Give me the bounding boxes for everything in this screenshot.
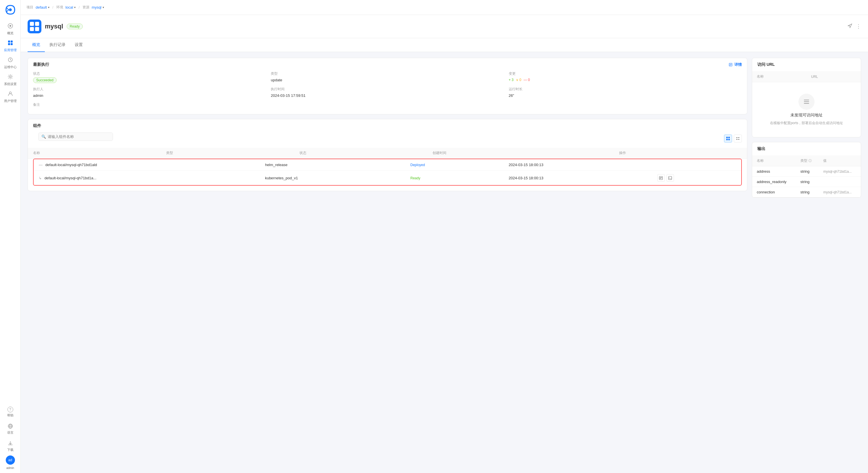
components-table: 名称 类型 状态 创建时间 操作 xyxy=(28,148,747,159)
empty-title: 未发现可访问地址 xyxy=(790,113,823,118)
app-title: mysql xyxy=(45,23,63,30)
out-value-0: mysql-qh71bd1a... xyxy=(818,166,861,177)
col-type: 类型 xyxy=(161,148,294,159)
status-label: 状态 xyxy=(33,71,266,76)
main-content: 项目 default ▾ / 环境 local ▾ / 资源 mysql ▾ m… xyxy=(21,0,868,473)
svg-point-8 xyxy=(9,76,11,77)
component-search-input[interactable] xyxy=(48,134,110,139)
duration-value: 26" xyxy=(509,93,742,98)
change-label: 变更 xyxy=(509,71,742,76)
sidebar-item-overview[interactable]: 概览 xyxy=(0,21,21,38)
col-created: 创建时间 xyxy=(427,148,614,159)
tab-overview[interactable]: 概览 xyxy=(28,38,45,52)
sidebar-item-user-management[interactable]: 用户管理 xyxy=(0,89,21,105)
app-icon xyxy=(28,20,41,33)
exec-status-field: 状态 Succeeded xyxy=(33,71,266,82)
svg-rect-4 xyxy=(11,40,13,42)
svg-rect-20 xyxy=(728,139,730,140)
more-icon[interactable]: ⋮ xyxy=(856,23,861,30)
out-col-type: 类型 ⓘ xyxy=(796,155,819,166)
svg-rect-29 xyxy=(669,177,672,180)
output-row: address string mysql-qh71bd1a... xyxy=(752,166,861,177)
exec-grid: 状态 Succeeded 类型 update 变更 + 3 ∨ 0 xyxy=(28,71,747,114)
logs-button[interactable] xyxy=(657,174,665,182)
latest-execution-header: 最新执行 详情 xyxy=(28,58,747,71)
sidebar-item-language[interactable]: 语言 xyxy=(6,421,15,437)
change-delete: — 0 xyxy=(524,78,530,82)
components-title: 组件 xyxy=(33,123,41,128)
right-panel: 访问 URL 名称 URL 未发现可访问地址 在模板中配置port xyxy=(752,58,861,198)
change-add: + 3 xyxy=(509,78,514,82)
ops-center-icon xyxy=(7,57,13,64)
sidebar-item-help[interactable]: ? 帮助 xyxy=(6,404,15,420)
sidebar-item-system-settings[interactable]: 系统设置 xyxy=(0,71,21,89)
svg-rect-17 xyxy=(726,137,728,138)
detail-link[interactable]: 详情 xyxy=(728,62,742,67)
svg-point-22 xyxy=(736,139,737,140)
output-row: address_readonly string xyxy=(752,177,861,187)
selected-components-group: — default-local/mysql-qh71bd1ald helm_re… xyxy=(33,159,742,186)
user-label: admin xyxy=(6,466,14,470)
resource-select[interactable]: mysql ▾ xyxy=(92,5,104,9)
output-row: connection string mysql-qh71bd1a... xyxy=(752,187,861,197)
type-info-icon[interactable]: ⓘ xyxy=(808,159,812,163)
out-col-value: 值 xyxy=(818,155,861,166)
exec-executor-field: 执行人 admin xyxy=(33,87,266,98)
language-icon xyxy=(7,423,13,430)
sidebar-item-download[interactable]: 下载 xyxy=(6,438,15,454)
col-name: 名称 xyxy=(28,148,161,159)
col-status: 状态 xyxy=(294,148,427,159)
logo xyxy=(4,3,17,16)
exec-time-field: 执行时间 2024-03-15 17:59:51 xyxy=(271,87,504,98)
access-url-title: 访问 URL xyxy=(757,62,775,67)
exec-change-field: 变更 + 3 ∨ 0 — 0 xyxy=(509,71,742,82)
svg-rect-5 xyxy=(8,43,10,45)
output-title: 输出 xyxy=(757,146,765,152)
row1-created: 2024-03-15 18:00:13 xyxy=(503,159,652,171)
svg-point-2 xyxy=(9,25,11,27)
resource-chevron-icon: ▾ xyxy=(103,6,104,9)
svg-rect-18 xyxy=(728,137,730,138)
resource-label: 资源 xyxy=(83,5,89,10)
project-label: 项目 xyxy=(26,5,33,10)
type-label: 类型 xyxy=(271,71,504,76)
out-type-0: string xyxy=(796,166,819,177)
terminal-button[interactable] xyxy=(666,174,674,182)
sidebar-item-ops-center[interactable]: 运维中心 xyxy=(0,55,21,71)
sidebar-item-app-management[interactable]: 应用管理 xyxy=(0,38,21,55)
tab-settings[interactable]: 设置 xyxy=(70,38,87,52)
env-chevron-icon: ▾ xyxy=(74,6,75,9)
out-value-2: mysql-qh71bd1a... xyxy=(818,187,861,197)
url-col-name: 名称 xyxy=(752,71,806,82)
changes-row: + 3 ∨ 0 — 0 xyxy=(509,78,742,82)
status-value: Succeeded xyxy=(33,77,57,83)
exec-type-field: 类型 update xyxy=(271,71,504,82)
project-select[interactable]: default ▾ xyxy=(36,5,50,9)
row2-type: kubernetes_pod_v1 xyxy=(260,171,402,185)
env-select[interactable]: local ▾ xyxy=(65,5,76,9)
components-header: 组件 xyxy=(28,119,747,132)
user-avatar[interactable]: ad xyxy=(6,455,15,465)
components-table-outer: 名称 类型 状态 创建时间 操作 xyxy=(28,148,747,191)
executor-value: admin xyxy=(33,93,266,98)
row1-status: Deployed xyxy=(402,159,503,171)
tab-exec-history[interactable]: 执行记录 xyxy=(45,38,70,52)
url-empty-state: 未发现可访问地址 在模板中配置ports，部署后会自动生成访问地址 xyxy=(752,82,861,137)
out-name-2: connection xyxy=(752,187,796,197)
out-col-name: 名称 xyxy=(752,155,796,166)
row2-actions xyxy=(652,171,741,185)
components-search-box: 🔍 xyxy=(38,132,113,141)
access-url-card: 访问 URL 名称 URL 未发现可访问地址 在模板中配置port xyxy=(752,58,861,137)
grid-view-button[interactable] xyxy=(724,134,732,143)
output-card: 输出 名称 类型 ⓘ xyxy=(752,142,861,198)
header-actions: ⋮ xyxy=(847,23,861,30)
type-value: update xyxy=(271,78,504,82)
svg-rect-19 xyxy=(726,139,728,140)
out-value-1 xyxy=(818,177,861,187)
table-row: — default-local/mysql-qh71bd1ald helm_re… xyxy=(34,159,741,171)
latest-execution-card: 最新执行 详情 状态 Succeeded 类型 update xyxy=(28,58,747,114)
send-icon[interactable] xyxy=(847,23,852,30)
url-table: 名称 URL xyxy=(752,71,861,82)
user-icon xyxy=(7,91,13,98)
list-view-button[interactable] xyxy=(734,134,742,143)
